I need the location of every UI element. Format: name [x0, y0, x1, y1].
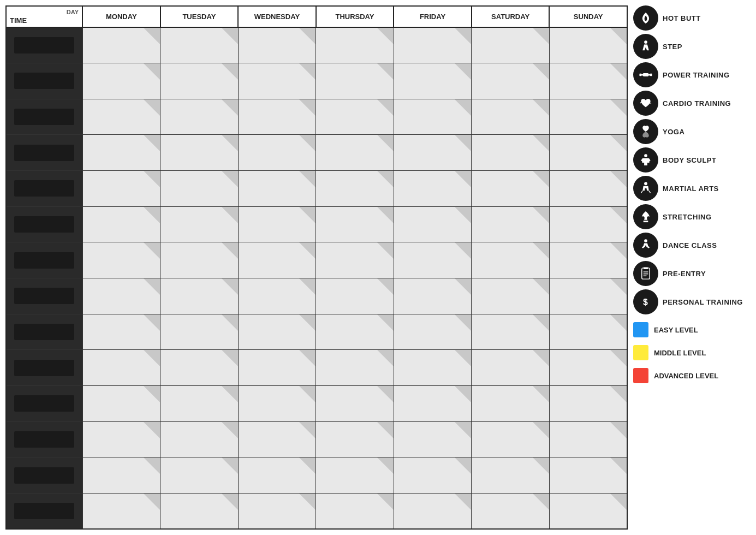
schedule-cell[interactable] [316, 63, 394, 99]
schedule-cell[interactable] [472, 171, 550, 207]
time-block [14, 145, 74, 161]
schedule-cell[interactable] [549, 421, 627, 457]
schedule-cell[interactable] [82, 278, 160, 314]
schedule-cell[interactable] [160, 278, 239, 314]
schedule-cell[interactable] [160, 206, 239, 242]
schedule-cell[interactable] [472, 421, 550, 457]
schedule-cell[interactable] [238, 314, 316, 350]
schedule-cell[interactable] [472, 278, 550, 314]
schedule-cell[interactable] [160, 421, 239, 457]
schedule-cell[interactable] [394, 493, 472, 529]
schedule-cell[interactable] [160, 171, 239, 207]
schedule-cell[interactable] [549, 171, 627, 207]
schedule-cell[interactable] [316, 350, 394, 386]
schedule-cell[interactable] [472, 493, 550, 529]
schedule-cell[interactable] [160, 457, 239, 494]
schedule-cell[interactable] [238, 278, 316, 314]
schedule-cell[interactable] [394, 242, 472, 278]
schedule-cell[interactable] [549, 242, 627, 278]
schedule-cell[interactable] [549, 314, 627, 350]
schedule-cell[interactable] [82, 314, 160, 350]
schedule-cell[interactable] [238, 385, 316, 421]
schedule-cell[interactable] [472, 457, 550, 494]
schedule-cell[interactable] [472, 314, 550, 350]
schedule-cell[interactable] [238, 242, 316, 278]
schedule-cell[interactable] [82, 171, 160, 207]
schedule-cell[interactable] [82, 385, 160, 421]
schedule-cell[interactable] [82, 27, 160, 63]
schedule-cell[interactable] [160, 385, 239, 421]
schedule-cell[interactable] [238, 135, 316, 171]
schedule-cell[interactable] [394, 63, 472, 99]
schedule-cell[interactable] [394, 278, 472, 314]
schedule-cell[interactable] [160, 27, 239, 63]
schedule-cell[interactable] [316, 385, 394, 421]
schedule-cell[interactable] [316, 171, 394, 207]
schedule-cell[interactable] [472, 242, 550, 278]
schedule-cell[interactable] [160, 314, 239, 350]
schedule-cell[interactable] [82, 350, 160, 386]
schedule-cell[interactable] [472, 99, 550, 135]
schedule-cell[interactable] [316, 206, 394, 242]
schedule-cell[interactable] [394, 171, 472, 207]
schedule-cell[interactable] [160, 350, 239, 386]
schedule-cell[interactable] [316, 314, 394, 350]
schedule-cell[interactable] [160, 493, 239, 529]
schedule-cell[interactable] [472, 350, 550, 386]
schedule-cell[interactable] [472, 63, 550, 99]
schedule-cell[interactable] [549, 135, 627, 171]
schedule-cell[interactable] [238, 421, 316, 457]
schedule-cell[interactable] [82, 242, 160, 278]
schedule-cell[interactable] [160, 99, 239, 135]
schedule-cell[interactable] [82, 457, 160, 494]
schedule-cell[interactable] [82, 493, 160, 529]
schedule-cell[interactable] [394, 206, 472, 242]
schedule-cell[interactable] [394, 27, 472, 63]
schedule-cell[interactable] [160, 63, 239, 99]
schedule-cell[interactable] [549, 457, 627, 494]
schedule-cell[interactable] [549, 27, 627, 63]
schedule-cell[interactable] [82, 421, 160, 457]
schedule-cell[interactable] [472, 385, 550, 421]
schedule-cell[interactable] [549, 278, 627, 314]
schedule-cell[interactable] [316, 457, 394, 494]
schedule-cell[interactable] [160, 242, 239, 278]
schedule-cell[interactable] [549, 385, 627, 421]
schedule-cell[interactable] [238, 27, 316, 63]
schedule-cell[interactable] [238, 457, 316, 494]
schedule-cell[interactable] [394, 350, 472, 386]
schedule-cell[interactable] [472, 27, 550, 63]
schedule-cell[interactable] [394, 421, 472, 457]
hot-butt-label: HOT BUTT [663, 14, 701, 22]
schedule-cell[interactable] [316, 135, 394, 171]
schedule-cell[interactable] [549, 350, 627, 386]
schedule-cell[interactable] [549, 493, 627, 529]
schedule-cell[interactable] [394, 135, 472, 171]
schedule-cell[interactable] [316, 493, 394, 529]
schedule-cell[interactable] [238, 63, 316, 99]
schedule-cell[interactable] [394, 457, 472, 494]
schedule-cell[interactable] [238, 171, 316, 207]
schedule-cell[interactable] [394, 314, 472, 350]
schedule-cell[interactable] [238, 99, 316, 135]
schedule-cell[interactable] [160, 135, 239, 171]
schedule-cell[interactable] [549, 99, 627, 135]
schedule-cell[interactable] [472, 135, 550, 171]
schedule-cell[interactable] [82, 206, 160, 242]
schedule-cell[interactable] [316, 99, 394, 135]
schedule-cell[interactable] [238, 350, 316, 386]
schedule-cell[interactable] [316, 421, 394, 457]
schedule-cell[interactable] [549, 63, 627, 99]
schedule-cell[interactable] [549, 206, 627, 242]
schedule-cell[interactable] [316, 242, 394, 278]
schedule-cell[interactable] [238, 206, 316, 242]
schedule-cell[interactable] [472, 206, 550, 242]
schedule-cell[interactable] [316, 27, 394, 63]
schedule-cell[interactable] [394, 385, 472, 421]
schedule-cell[interactable] [316, 278, 394, 314]
schedule-cell[interactable] [238, 493, 316, 529]
schedule-cell[interactable] [394, 99, 472, 135]
schedule-cell[interactable] [82, 63, 160, 99]
schedule-cell[interactable] [82, 135, 160, 171]
schedule-cell[interactable] [82, 99, 160, 135]
